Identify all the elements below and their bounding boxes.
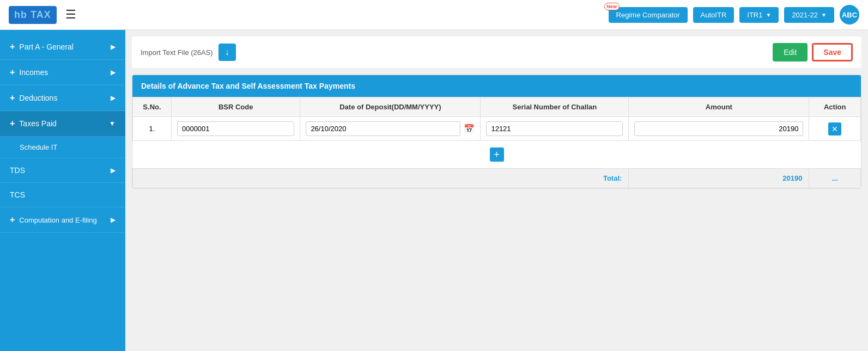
cell-date: 📅 bbox=[300, 117, 481, 141]
import-text: Import Text File (26AS) bbox=[141, 48, 213, 57]
col-serial: Serial Number of Challan bbox=[481, 97, 629, 117]
sidebar-item-computation[interactable]: + Computation and E-filing ▶ bbox=[0, 207, 125, 233]
autoitr-button[interactable]: AutoITR bbox=[693, 7, 735, 23]
logo-tax: TAX bbox=[31, 9, 51, 20]
itr1-chevron-icon: ▼ bbox=[766, 12, 771, 18]
main-layout: + Part A - General ▶ + Incomes ▶ + Deduc… bbox=[0, 30, 868, 351]
regime-comparator-button[interactable]: New Regime Comparator bbox=[609, 7, 688, 23]
year-chevron-icon: ▼ bbox=[821, 12, 827, 18]
add-row-button[interactable]: + bbox=[490, 147, 504, 162]
cell-action: ✕ bbox=[809, 117, 861, 141]
chevron-icon-taxes-paid: ▼ bbox=[109, 120, 116, 127]
sidebar-item-tds[interactable]: TDS ▶ bbox=[0, 158, 125, 183]
col-sno: S.No. bbox=[133, 97, 172, 117]
chevron-icon-tds: ▶ bbox=[111, 167, 116, 174]
chevron-icon-part-a: ▶ bbox=[111, 43, 116, 51]
sidebar-item-taxes-paid[interactable]: + Taxes Paid ▼ bbox=[0, 111, 125, 137]
cell-serial bbox=[481, 117, 629, 141]
logo-hb: hb bbox=[14, 9, 27, 20]
import-download-button[interactable]: ↓ bbox=[218, 44, 236, 61]
save-button[interactable]: Save bbox=[812, 43, 853, 61]
app-logo: hb TAX bbox=[9, 6, 57, 24]
content-area: Import Text File (26AS) ↓ Edit Save Deta… bbox=[125, 30, 868, 351]
col-amount: Amount bbox=[629, 97, 809, 117]
plus-icon-computation: + bbox=[10, 215, 15, 225]
sidebar-item-deductions[interactable]: + Deductions ▶ bbox=[0, 85, 125, 111]
import-left: Import Text File (26AS) ↓ bbox=[141, 44, 236, 61]
sidebar-item-tcs[interactable]: TCS bbox=[0, 183, 125, 207]
bsr-code-input[interactable] bbox=[177, 121, 294, 136]
hamburger-icon[interactable]: ☰ bbox=[65, 8, 76, 22]
itr1-dropdown[interactable]: ITR1 ▼ bbox=[739, 7, 779, 23]
col-bsr: BSR Code bbox=[171, 97, 300, 117]
total-action-cell: ... bbox=[809, 169, 861, 188]
cell-sno: 1. bbox=[133, 117, 172, 141]
plus-icon-incomes: + bbox=[10, 67, 15, 77]
new-badge: New bbox=[604, 3, 620, 10]
import-bar: Import Text File (26AS) ↓ Edit Save bbox=[132, 36, 861, 68]
amount-input[interactable] bbox=[634, 121, 803, 136]
advance-tax-table-card: Details of Advance Tax and Self Assessme… bbox=[132, 75, 861, 189]
col-date: Date of Deposit(DD/MM/YYYY) bbox=[300, 97, 481, 117]
user-avatar-button[interactable]: ABC bbox=[840, 5, 859, 24]
cell-amount bbox=[629, 117, 809, 141]
nav-right: New Regime Comparator AutoITR ITR1 ▼ 202… bbox=[609, 5, 859, 24]
sidebar-item-part-a[interactable]: + Part A - General ▶ bbox=[0, 34, 125, 60]
plus-icon-taxes-paid: + bbox=[10, 119, 15, 128]
date-input[interactable] bbox=[306, 121, 460, 136]
chevron-icon-computation: ▶ bbox=[111, 216, 116, 224]
delete-row-button[interactable]: ✕ bbox=[828, 122, 841, 136]
col-action: Action bbox=[809, 97, 861, 117]
sidebar-item-incomes[interactable]: + Incomes ▶ bbox=[0, 60, 125, 85]
sidebar-item-schedule-it[interactable]: Schedule IT bbox=[0, 137, 125, 158]
total-value: 20190 bbox=[629, 169, 809, 188]
cell-bsr bbox=[171, 117, 300, 141]
sidebar: + Part A - General ▶ + Incomes ▶ + Deduc… bbox=[0, 30, 125, 351]
advance-tax-table: S.No. BSR Code Date of Deposit(DD/MM/YYY… bbox=[132, 97, 861, 188]
total-row: Total: 20190 ... bbox=[133, 169, 861, 188]
add-row-row: + bbox=[133, 141, 861, 169]
chevron-icon-deductions: ▶ bbox=[111, 94, 116, 102]
table-row: 1. 📅 bbox=[133, 117, 861, 141]
total-label-text: Total: bbox=[603, 174, 622, 182]
serial-challan-input[interactable] bbox=[486, 121, 623, 136]
import-right: Edit Save bbox=[773, 43, 853, 61]
plus-icon-deductions: + bbox=[10, 93, 15, 103]
year-dropdown[interactable]: 2021-22 ▼ bbox=[784, 7, 834, 23]
plus-icon-part-a: + bbox=[10, 42, 15, 52]
calendar-icon[interactable]: 📅 bbox=[464, 124, 475, 134]
table-section-title: Details of Advance Tax and Self Assessme… bbox=[132, 75, 861, 97]
nav-left: hb TAX ☰ bbox=[9, 6, 76, 24]
edit-button[interactable]: Edit bbox=[773, 43, 808, 61]
chevron-icon-incomes: ▶ bbox=[111, 69, 116, 76]
top-navigation: hb TAX ☰ New Regime Comparator AutoITR I… bbox=[0, 0, 868, 30]
